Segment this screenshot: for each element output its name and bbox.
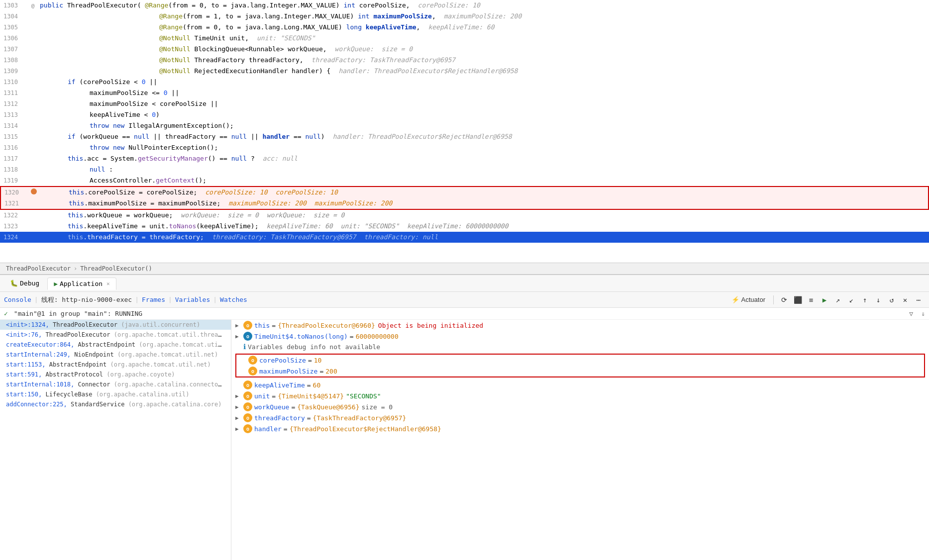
var-maximumpoolsize[interactable]: o maximumPoolSize = 200 bbox=[236, 366, 924, 376]
var-handler[interactable]: ▶ o handler = {ThreadPoolExecutor$Reject… bbox=[231, 423, 929, 434]
code-line-1309: 1309 @NotNull RejectedExecutionHandler h… bbox=[0, 66, 929, 77]
variables-link[interactable]: Variables bbox=[175, 296, 210, 303]
stack-frame-150[interactable]: start:150, LifecycleBase (org.apache.cat… bbox=[0, 389, 231, 399]
stack-frame-864[interactable]: createExecutor:864, AbstractEndpoint (or… bbox=[0, 340, 231, 350]
code-line-1319: 1319 AccessController.getContext(); bbox=[0, 175, 929, 186]
highlighted-vars-box: o corePoolSize = 10 o maximumPoolSize = … bbox=[235, 354, 925, 377]
variables-panel: ▶ o this = {ThreadPoolExecutor@6960} Obj… bbox=[231, 320, 929, 560]
var-workqueue[interactable]: ▶ o workQueue = {TaskQueue@6956} size = … bbox=[231, 401, 929, 412]
step-into-button[interactable]: ↙ bbox=[845, 294, 858, 306]
run-to-cursor-button[interactable]: ↓ bbox=[872, 294, 885, 306]
app-icon: ▶ bbox=[54, 280, 58, 287]
debug-tabs: 🐛 Debug ▶ Application ✕ bbox=[0, 275, 929, 292]
debug-icon: 🐛 bbox=[10, 280, 18, 287]
mute-button[interactable]: ✕ bbox=[899, 294, 912, 306]
code-line-1321: 1321 this.maximumPoolSize = maximumPoolS… bbox=[1, 198, 928, 209]
stack-frame-591[interactable]: start:591, AbstractProtocol (org.apache.… bbox=[0, 370, 231, 379]
code-line-1317: 1317 this.acc = System.getSecurityManage… bbox=[0, 153, 929, 164]
thread-bar: ✓ "main"@1 in group "main": RUNNING ▽ ⇓ bbox=[0, 308, 929, 320]
step-out-button[interactable]: ↑ bbox=[858, 294, 871, 306]
breadcrumb-method: ThreadPoolExecutor() bbox=[80, 265, 152, 272]
step-over-button[interactable]: ↗ bbox=[831, 294, 844, 306]
actuator-button[interactable]: ⚡ Actuator bbox=[727, 295, 769, 304]
code-line-1303: 1303 @ public ThreadPoolExecutor( @Range… bbox=[0, 0, 929, 11]
console-link[interactable]: Console bbox=[4, 296, 31, 303]
var-icon-keepalivetime: o bbox=[243, 380, 252, 389]
var-unit[interactable]: ▶ o unit = {TimeUnit$4@5147} "SECONDS" bbox=[231, 390, 929, 401]
app-tab-label: Application bbox=[60, 280, 103, 287]
code-line-1312: 1312 maximumPoolSize < corePoolSize || bbox=[0, 98, 929, 109]
code-line-1315: 1315 if (workQueue == null || threadFact… bbox=[0, 131, 929, 142]
stop-button[interactable]: ⬛ bbox=[791, 294, 804, 306]
resume-button[interactable]: ▶ bbox=[818, 294, 831, 306]
tab-application[interactable]: ▶ Application ✕ bbox=[47, 278, 116, 290]
debug-toolbar: Console | 线程: http-nio-9000-exec | Frame… bbox=[0, 292, 929, 308]
watches-link[interactable]: Watches bbox=[220, 296, 247, 303]
stack-frame-1018[interactable]: startInternal:1018, Connector (org.apach… bbox=[0, 379, 231, 389]
breadcrumb-arrow: › bbox=[74, 265, 77, 272]
close-icon[interactable]: ✕ bbox=[106, 280, 110, 287]
code-line-1307: 1307 @NotNull BlockingQueue<Runnable> wo… bbox=[0, 44, 929, 55]
var-icon-workqueue: o bbox=[243, 402, 252, 411]
debug-panel: 🐛 Debug ▶ Application ✕ Console | 线程: ht… bbox=[0, 275, 929, 560]
checkmark-icon: ✓ bbox=[4, 310, 8, 317]
var-icon-unit: o bbox=[243, 391, 252, 400]
code-line-1322: 1322 this.workQueue = workQueue;workQueu… bbox=[0, 210, 929, 221]
thread-status: "main"@1 in group "main": RUNNING bbox=[14, 310, 142, 317]
reset-button[interactable]: ↺ bbox=[885, 294, 898, 306]
breadcrumb-class: ThreadPoolExecutor bbox=[6, 265, 71, 272]
code-line-1313: 1313 keepAliveTime < 0) bbox=[0, 109, 929, 120]
code-line-1318: 1318 null : bbox=[0, 164, 929, 175]
var-icon-corepoolsize: o bbox=[248, 356, 257, 365]
code-line-1305: 1305 @Range(from = 0, to = java.lang.Lon… bbox=[0, 22, 929, 33]
actuator-icon: ⚡ bbox=[731, 296, 739, 303]
code-editor: 1303 @ public ThreadPoolExecutor( @Range… bbox=[0, 0, 929, 263]
code-line-1310: 1310 if (corePoolSize < 0 || bbox=[0, 77, 929, 88]
red-highlight-box: 1320 this.corePoolSize = corePoolSize;co… bbox=[0, 186, 929, 210]
var-this[interactable]: ▶ o this = {ThreadPoolExecutor@6960} Obj… bbox=[231, 320, 929, 331]
debug-tab-label: Debug bbox=[20, 280, 39, 287]
var-icon-handler: o bbox=[243, 424, 252, 433]
tab-debug[interactable]: 🐛 Debug bbox=[4, 278, 45, 289]
code-line-1316: 1316 throw new NullPointerException(); bbox=[0, 142, 929, 153]
code-line-1320: 1320 this.corePoolSize = corePoolSize;co… bbox=[1, 187, 928, 198]
stack-frame-225[interactable]: addConnector:225, StandardService (org.a… bbox=[0, 399, 231, 409]
code-line-1323: 1323 this.keepAliveTime = unit.toNanos(k… bbox=[0, 221, 929, 232]
breadcrumb: ThreadPoolExecutor › ThreadPoolExecutor(… bbox=[0, 263, 929, 275]
var-keepalivetime[interactable]: o keepAliveTime = 60 bbox=[231, 379, 929, 390]
stack-frame-76[interactable]: <init>:76, ThreadPoolExecutor (org.apach… bbox=[0, 330, 231, 340]
stack-frame-249[interactable]: startInternal:249, NioEndpoint (org.apac… bbox=[0, 350, 231, 360]
call-stack-panel: <init>:1324, ThreadPoolExecutor (java.ut… bbox=[0, 320, 231, 560]
actuator-label: Actuator bbox=[741, 296, 765, 303]
breakpoint-icon bbox=[31, 188, 37, 194]
restore-button[interactable]: ≡ bbox=[805, 294, 818, 306]
settings-button[interactable]: ⋯ bbox=[912, 294, 925, 306]
var-debug-info: ℹ Variables debug info not available bbox=[231, 342, 929, 352]
scroll-icon[interactable]: ⇓ bbox=[921, 310, 925, 317]
var-threadfactory[interactable]: ▶ o threadFactory = {TaskThreadFactory@6… bbox=[231, 412, 929, 423]
thread-label: 线程: http-nio-9000-exec bbox=[41, 295, 132, 304]
var-icon-tonanos: o bbox=[243, 332, 252, 341]
code-line-1304: 1304 @Range(from = 1, to = java.lang.Int… bbox=[0, 11, 929, 22]
rerun-button[interactable]: ⟳ bbox=[778, 294, 791, 306]
variables-list: ▶ o this = {ThreadPoolExecutor@6960} Obj… bbox=[231, 320, 929, 560]
code-line-1311: 1311 maximumPoolSize <= 0 || bbox=[0, 88, 929, 98]
frames-link[interactable]: Frames bbox=[142, 296, 165, 303]
code-line-1324: 1324 this.threadFactory = threadFactory;… bbox=[0, 232, 929, 243]
var-icon-threadfactory: o bbox=[243, 413, 252, 422]
filter-icon[interactable]: ▽ bbox=[909, 310, 913, 317]
code-line-1308: 1308 @NotNull ThreadFactory threadFactor… bbox=[0, 55, 929, 66]
debug-body: <init>:1324, ThreadPoolExecutor (java.ut… bbox=[0, 320, 929, 560]
code-line-1306: 1306 @NotNull TimeUnit unit,unit: "SECON… bbox=[0, 33, 929, 44]
stack-frame-1324[interactable]: <init>:1324, ThreadPoolExecutor (java.ut… bbox=[0, 320, 231, 330]
var-tonanos[interactable]: ▶ o TimeUnit$4.toNanos(long) = 600000000… bbox=[231, 331, 929, 342]
stack-frame-1153[interactable]: start:1153, AbstractEndpoint (org.apache… bbox=[0, 360, 231, 370]
var-corepoolsize[interactable]: o corePoolSize = 10 bbox=[236, 355, 924, 366]
var-icon-maximumpoolsize: o bbox=[248, 367, 257, 375]
var-icon-this: o bbox=[243, 321, 252, 330]
code-line-1314: 1314 throw new IllegalArgumentException(… bbox=[0, 120, 929, 131]
